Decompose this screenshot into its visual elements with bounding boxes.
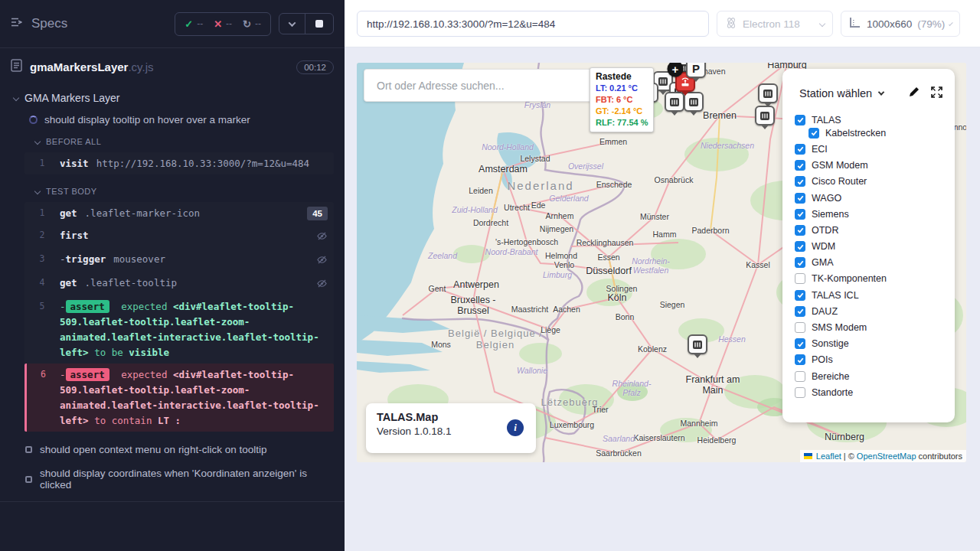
layer-checkbox-row[interactable]: Kabelstrecken: [793, 125, 944, 141]
marker-tooltip[interactable]: Rastede LT: 0.21 °CFBT: 6 °CGT: -2.14 °C…: [590, 67, 654, 132]
test-title: should open context menu on right-click …: [40, 444, 266, 455]
info-icon[interactable]: i: [507, 419, 524, 436]
checkbox[interactable]: [795, 306, 805, 317]
command-row[interactable]: 2first: [24, 224, 334, 248]
checkbox[interactable]: [795, 354, 805, 365]
layer-checkbox-row[interactable]: TK-Komponenten: [793, 271, 944, 287]
checkbox[interactable]: [795, 290, 805, 301]
checkbox[interactable]: [795, 160, 805, 171]
command-row[interactable]: 1visithttp://192.168.10.33:3000/?m=12&u=…: [24, 152, 334, 174]
before-all-commands: 1visithttp://192.168.10.33:3000/?m=12&u=…: [24, 152, 334, 174]
checkbox[interactable]: [795, 338, 805, 349]
checkbox[interactable]: [795, 322, 805, 333]
checkbox-label: GMA: [812, 257, 833, 268]
layer-checkbox-row[interactable]: Cisco Router: [793, 174, 944, 190]
checkbox-label: TALAS: [812, 115, 841, 126]
hidden-element-icon: [316, 275, 328, 292]
pending-test-row[interactable]: should open context menu on right-click …: [0, 438, 345, 461]
checkbox[interactable]: [808, 128, 819, 139]
layer-checkbox-row[interactable]: GMA: [793, 255, 944, 271]
layer-checkbox-row[interactable]: WAGO: [793, 190, 944, 206]
viewport-selector[interactable]: 1000x660 (79%): [841, 11, 960, 37]
search-input[interactable]: [377, 80, 580, 92]
station-marker[interactable]: [688, 334, 707, 354]
checkbox[interactable]: [795, 225, 805, 236]
layer-checkbox-row[interactable]: WDM: [793, 239, 944, 255]
specs-menu-icon[interactable]: [11, 16, 24, 31]
edit-icon[interactable]: [908, 86, 920, 101]
before-all-header[interactable]: BEFORE ALL: [0, 131, 345, 151]
checkbox[interactable]: [795, 193, 805, 204]
checkbox[interactable]: [795, 273, 805, 284]
command-number: 1: [24, 155, 60, 168]
station-marker[interactable]: [755, 106, 775, 126]
layer-checkbox-row[interactable]: POIs: [793, 352, 944, 368]
osm-link[interactable]: OpenStreetMap: [857, 452, 916, 461]
map-canvas[interactable]: AmsterdamNederlandAntwerpenBruxelles - B…: [357, 63, 966, 462]
command-number: 1: [24, 205, 60, 218]
command-row[interactable]: 6-assert expected <div#leaflet-tooltip-5…: [24, 364, 334, 432]
command-number: 4: [24, 275, 60, 288]
layer-checkbox-row[interactable]: Sonstige: [793, 336, 944, 352]
test-body-header[interactable]: TEST BODY: [0, 181, 345, 201]
stop-run-button[interactable]: [305, 14, 333, 34]
layer-checkbox-row[interactable]: GSM Modem: [793, 158, 944, 174]
checkbox[interactable]: [795, 209, 805, 220]
station-select[interactable]: Station wählen: [799, 87, 884, 99]
checkbox-label: DAUZ: [812, 306, 838, 317]
command-row[interactable]: 4get.leaflet-tooltip: [24, 272, 334, 295]
run-stats: ✓-- ✕-- ↻--: [175, 12, 271, 36]
divider: [0, 501, 345, 502]
layer-checkbox-row[interactable]: Bereiche: [793, 368, 944, 384]
command-row[interactable]: 5-assert expected <div#leaflet-tooltip-5…: [24, 295, 334, 364]
command-row[interactable]: 3-triggermouseover: [24, 248, 334, 272]
active-test-row[interactable]: should display tooltip on hover over a m…: [0, 109, 345, 131]
specs-title[interactable]: Specs: [31, 16, 67, 31]
url-bar[interactable]: http://192.168.10.33:3000/?m=12&u=484: [357, 11, 709, 37]
reload-icon: ↻: [243, 18, 251, 30]
layer-checkbox-row[interactable]: SMS Modem: [793, 319, 944, 335]
command-row[interactable]: 1get.leaflet-marker-icon45: [24, 202, 334, 224]
pending-test-row[interactable]: should display coordinates when 'Koordin…: [0, 461, 345, 497]
spec-name: gmaMarkersLayer: [30, 60, 128, 73]
command-number: 6: [27, 367, 60, 380]
checkbox-label: Cisco Router: [812, 176, 867, 187]
checkbox[interactable]: [795, 176, 805, 187]
checkbox[interactable]: [795, 371, 805, 382]
tooltip-value: FBT: 6 °C: [596, 94, 648, 106]
layer-checkbox-row[interactable]: DAUZ: [793, 303, 944, 319]
stat-pending: ↻--: [243, 18, 261, 30]
layer-checkbox-row[interactable]: OTDR: [793, 222, 944, 238]
ukraine-flag-icon: [804, 453, 812, 459]
spec-row[interactable]: gmaMarkersLayer.cy.js 00:12: [0, 48, 345, 84]
suite-row[interactable]: GMA Markers Layer: [0, 84, 345, 109]
layer-checkbox-row[interactable]: TALAS ICL: [793, 287, 944, 303]
map-search[interactable]: [364, 69, 593, 102]
layer-checkbox-row[interactable]: ECI: [793, 141, 944, 157]
checkbox-label: WDM: [812, 241, 835, 252]
checkbox[interactable]: [795, 241, 805, 252]
layer-checkbox-row[interactable]: Siemens: [793, 206, 944, 222]
tooltip-value: LT: 0.21 °C: [596, 83, 648, 94]
station-panel: Station wählen TALASKabelstreckenECIGSM …: [782, 69, 955, 422]
command-number: 3: [24, 251, 60, 264]
leaflet-link[interactable]: Leaflet: [816, 452, 841, 461]
checkbox[interactable]: [795, 115, 805, 126]
checkbox-label: Bereiche: [812, 371, 849, 382]
checkbox[interactable]: [795, 144, 805, 155]
command-text: get.leaflet-tooltip: [60, 275, 316, 291]
element-count-badge: 45: [307, 207, 328, 220]
hidden-element-icon: [316, 251, 328, 269]
checkbox[interactable]: [795, 387, 805, 398]
station-marker[interactable]: [758, 83, 778, 103]
spec-ext: .cy.js: [128, 60, 153, 73]
spec-file-icon: [11, 59, 22, 75]
stat-failed: ✕--: [214, 18, 232, 30]
fullscreen-icon[interactable]: [931, 86, 942, 101]
browser-selector[interactable]: Electron 118: [717, 11, 833, 37]
checkbox[interactable]: [795, 257, 805, 268]
collapse-all-button[interactable]: [279, 14, 305, 34]
parking-marker[interactable]: P: [686, 63, 706, 78]
layer-checkbox-row[interactable]: Standorte: [793, 384, 944, 400]
tooltip-value: RLF: 77.54 %: [596, 117, 648, 129]
